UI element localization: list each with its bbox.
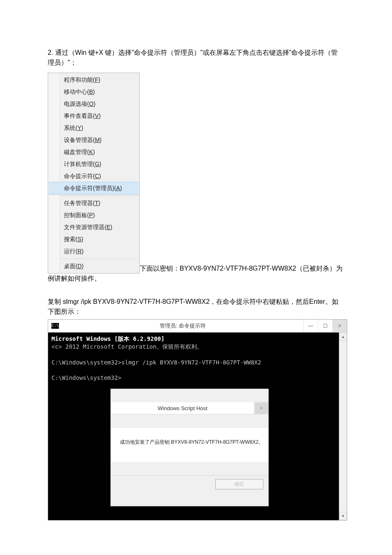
menu-item[interactable]: 程序和功能(F) (48, 74, 139, 86)
scroll-up-icon[interactable]: ▲ (339, 333, 347, 341)
winx-context-menu: 程序和功能(F)移动中心(B)电源选项(O)事件查看器(V)系统(Y)设备管理器… (48, 73, 140, 274)
cmd-icon: C:\ (51, 323, 59, 329)
menu-item[interactable]: 计算机管理(G) (48, 158, 139, 170)
maximize-button[interactable]: ☐ (318, 320, 332, 332)
cmd-window: C:\ 管理员: 命令提示符 — ☐ ✕ Microsoft Windows [… (48, 319, 347, 521)
menu-separator (61, 259, 139, 259)
cmd-window-title: 管理员: 命令提示符 (62, 322, 303, 330)
menu-item[interactable]: 系统(Y) (48, 122, 139, 134)
wsh-dialog: Windows Script Host ✕ 成功地安装了产品密钥 BYXV8-9… (110, 389, 269, 506)
menu-item[interactable]: 桌面(D) (48, 260, 139, 272)
menu-item[interactable]: 文件资源管理器(E) (48, 221, 139, 233)
menu-item[interactable]: 移动中心(B) (48, 86, 139, 98)
menu-item[interactable]: 命令提示符(C) (48, 170, 139, 182)
menu-item[interactable]: 控制面板(P) (48, 209, 139, 221)
instruction-text: 复制 slmgr /ipk BYXV8-9YN72-VTF7H-8G7PT-WW… (48, 297, 344, 317)
menu-separator (61, 196, 139, 196)
wsh-dialog-title: Windows Script Host (111, 405, 254, 412)
scrollbar[interactable]: ▲ ▼ (339, 333, 347, 520)
wsh-titlebar: Windows Script Host ✕ (111, 402, 268, 414)
menu-item[interactable]: 事件查看器(V) (48, 110, 139, 122)
cmd-body: Microsoft Windows [版本 6.2.9200] <c> 2012… (48, 333, 347, 520)
wsh-close-button[interactable]: ✕ (254, 402, 268, 414)
scroll-down-icon[interactable]: ▼ (339, 512, 347, 520)
wsh-ok-button[interactable]: 确定 (215, 479, 263, 489)
menu-item[interactable]: 任务管理器(T) (48, 197, 139, 209)
menu-item[interactable]: 磁盘管理(K) (48, 146, 139, 158)
step-text: 2. 通过（Win 键+X 键）选择"命令提示符（管理员）"或在屏幕左下角点击右… (48, 48, 344, 68)
cmd-output: Microsoft Windows [版本 6.2.9200] <c> 2012… (51, 335, 343, 382)
cmd-titlebar: C:\ 管理员: 命令提示符 — ☐ ✕ (48, 320, 347, 333)
menu-item[interactable]: 设备管理器(M) (48, 134, 139, 146)
menu-item[interactable]: 运行(R) (48, 245, 139, 257)
menu-item[interactable]: 命令提示符(管理员)(A) (49, 182, 139, 195)
menu-item[interactable]: 电源选项(O) (48, 98, 139, 110)
close-button[interactable]: ✕ (332, 320, 347, 332)
minimize-button[interactable]: — (303, 320, 318, 332)
menu-item[interactable]: 搜索(S) (48, 233, 139, 245)
wsh-dialog-message: 成功地安装了产品密钥 BYXV8-9YN72-VTF7H-8G7PT-WW8X2… (111, 428, 268, 462)
